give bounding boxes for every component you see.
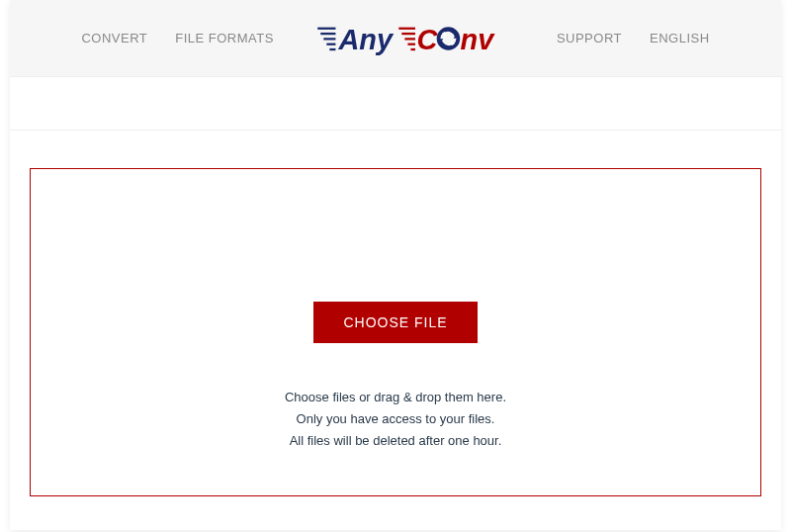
nav-convert[interactable]: CONVERT [81,31,147,45]
header: CONVERT FILE FORMATS Any [10,0,781,77]
svg-text:C: C [416,24,438,55]
svg-rect-4 [329,47,335,49]
nav-support[interactable]: SUPPORT [557,31,622,45]
svg-rect-8 [404,38,415,40]
subheader [10,77,781,131]
nav-file-formats[interactable]: FILE FORMATS [175,31,274,45]
info-line-3: All files will be deleted after one hour… [285,430,506,452]
svg-rect-6 [398,27,415,29]
logo-icon: Any C [311,20,519,57]
page-wrapper: CONVERT FILE FORMATS Any [10,0,781,530]
svg-text:Any: Any [337,24,394,55]
svg-rect-7 [401,32,415,34]
main: CHOOSE FILE Choose files or drag & drop … [10,131,781,516]
dropzone[interactable]: CHOOSE FILE Choose files or drag & drop … [30,168,761,496]
svg-rect-3 [326,43,335,44]
svg-rect-0 [317,27,335,29]
nav-english[interactable]: ENGLISH [650,31,710,45]
svg-rect-2 [323,38,335,40]
svg-rect-9 [407,43,415,44]
svg-text:nv: nv [460,24,495,55]
choose-file-button[interactable]: CHOOSE FILE [313,302,477,343]
svg-rect-1 [320,32,335,34]
info-line-2: Only you have access to your files. [285,408,506,430]
svg-rect-10 [410,47,415,49]
dropzone-info: Choose files or drag & drop them here. O… [285,387,506,452]
info-line-1: Choose files or drag & drop them here. [285,387,506,408]
logo[interactable]: Any C [311,20,519,57]
